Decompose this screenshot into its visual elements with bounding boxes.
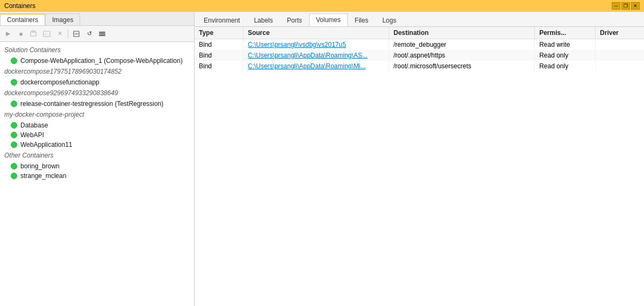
terminal-button[interactable]: >_ xyxy=(41,28,53,40)
tab-volumes[interactable]: Volumes xyxy=(309,13,348,26)
toolbar: ▶ ■ >_ ✕ ↺ xyxy=(0,26,194,42)
cell-destination: /remote_debugger xyxy=(389,39,535,51)
terminal-icon: >_ xyxy=(43,30,51,38)
tab-images[interactable]: Images xyxy=(45,13,80,25)
tree-item-release-container[interactable]: release-container-testregression (TestRe… xyxy=(0,99,194,109)
cell-driver xyxy=(596,39,644,51)
tree-item-dockercomposefunctionapp[interactable]: dockercomposefunctionapp xyxy=(0,77,194,87)
tree-item-label: release-container-testregression (TestRe… xyxy=(20,100,163,108)
tab-files[interactable]: Files xyxy=(348,13,375,26)
tree-panel: Solution Containers Compose-WebApplicati… xyxy=(0,42,194,306)
status-indicator xyxy=(11,58,17,64)
tree-item-label: boring_brown xyxy=(20,162,60,170)
tree-item-compose-webapp[interactable]: Compose-WebApplication_1 (Compose-WebApp… xyxy=(0,56,194,66)
settings-icon xyxy=(98,30,106,38)
group-dockercompose2: dockercompose929697493329083864​9 xyxy=(0,87,194,99)
status-indicator xyxy=(11,101,17,107)
refresh-button[interactable]: ↺ xyxy=(83,28,95,40)
table-body: Bind C:\Users\prsangli\vsdbg\vs2017u5 /r… xyxy=(195,39,644,72)
cell-type: Bind xyxy=(195,50,243,61)
tab-labels[interactable]: Labels xyxy=(247,13,280,26)
col-type[interactable]: Type xyxy=(195,27,243,39)
run-button[interactable]: ▶ xyxy=(2,28,14,40)
cell-permissions: Read only xyxy=(535,61,596,72)
status-indicator xyxy=(11,132,17,138)
right-panel: Environment Labels Ports Volumes Files L… xyxy=(195,12,644,306)
window-title: Containers xyxy=(4,2,35,10)
table-wrapper: Type Source Destination Permis... Driver… xyxy=(195,27,644,306)
table-row[interactable]: Bind C:\Users\prsangli\AppData\Roaming\A… xyxy=(195,50,644,61)
prune-button[interactable] xyxy=(70,28,82,40)
left-tab-bar: Containers Images xyxy=(0,12,194,26)
source-link[interactable]: C:\Users\prsangli\vsdbg\vs2017u5 xyxy=(248,41,346,48)
group-other-containers: Other Containers xyxy=(0,150,194,161)
table-header-row: Type Source Destination Permis... Driver xyxy=(195,27,644,39)
tree-item-boring-brown[interactable]: boring_brown xyxy=(0,161,194,171)
tree-item-webapplication11[interactable]: WebApplication11 xyxy=(0,140,194,150)
tree-item-label: WebAPI xyxy=(20,131,44,139)
tab-ports[interactable]: Ports xyxy=(280,13,309,26)
col-source[interactable]: Source xyxy=(243,27,389,39)
remove-button[interactable]: ✕ xyxy=(54,28,66,40)
svg-text:>_: >_ xyxy=(45,32,49,37)
col-permissions[interactable]: Permis... xyxy=(535,27,596,39)
restore-button[interactable]: ❐ xyxy=(621,2,630,10)
cell-permissions: Read write xyxy=(535,39,596,51)
stop-button[interactable]: ■ xyxy=(15,28,27,40)
table-row[interactable]: Bind C:\Users\prsangli\AppData\Roaming\M… xyxy=(195,61,644,72)
col-destination[interactable]: Destination xyxy=(389,27,535,39)
cell-source: C:\Users\prsangli\vsdbg\vs2017u5 xyxy=(243,39,389,51)
source-link[interactable]: C:\Users\prsangli\AppData\Roaming\Mi... xyxy=(248,62,366,70)
tree-item-label: Database xyxy=(20,122,48,129)
toolbar-separator-1 xyxy=(68,29,68,39)
tab-containers[interactable]: Containers xyxy=(0,13,45,25)
cell-destination: /root/.microsoft/usersecrets xyxy=(389,61,535,72)
cell-source: C:\Users\prsangli\AppData\Roaming\Mi... xyxy=(243,61,389,72)
minimize-button[interactable]: ─ xyxy=(612,2,620,10)
status-indicator xyxy=(11,79,17,86)
cell-type: Bind xyxy=(195,61,243,72)
group-solution-containers: Solution Containers xyxy=(0,44,194,56)
volumes-table: Type Source Destination Permis... Driver… xyxy=(195,27,644,72)
window-controls: ─ ❐ ✕ xyxy=(612,2,640,10)
right-tab-bar: Environment Labels Ports Volumes Files L… xyxy=(195,12,644,27)
tree-item-database[interactable]: Database xyxy=(0,120,194,130)
svg-rect-6 xyxy=(99,32,105,33)
col-driver[interactable]: Driver xyxy=(596,27,644,39)
cell-driver xyxy=(596,61,644,72)
table-row[interactable]: Bind C:\Users\prsangli\vsdbg\vs2017u5 /r… xyxy=(195,39,644,51)
status-indicator xyxy=(11,173,17,179)
svg-rect-8 xyxy=(99,35,105,36)
tree-item-label: WebApplication11 xyxy=(20,141,73,148)
svg-rect-7 xyxy=(99,33,105,34)
tree-item-label: dockercomposefunctionapp xyxy=(20,79,99,86)
prune-icon xyxy=(73,30,80,38)
status-indicator xyxy=(11,141,17,148)
title-bar: Containers ─ ❐ ✕ xyxy=(0,0,644,12)
cell-permissions: Read only xyxy=(535,50,596,61)
tree-item-webapi[interactable]: WebAPI xyxy=(0,130,194,140)
status-indicator xyxy=(11,122,17,129)
tree-item-label: Compose-WebApplication_1 (Compose-WebApp… xyxy=(20,57,183,65)
status-indicator xyxy=(11,163,17,169)
attach-button[interactable] xyxy=(28,28,40,40)
tab-environment[interactable]: Environment xyxy=(197,13,247,26)
main-container: Containers Images ▶ ■ >_ ✕ xyxy=(0,12,644,306)
cell-destination: /root/.aspnet/https xyxy=(389,50,535,61)
cell-type: Bind xyxy=(195,39,243,51)
source-link[interactable]: C:\Users\prsangli\AppData\Roaming\AS... xyxy=(248,52,368,59)
group-my-docker-compose: my-docker-compose-project xyxy=(0,109,194,120)
group-dockercompose1: dockercompose17975178969030174852 xyxy=(0,66,194,77)
settings-button[interactable] xyxy=(96,28,108,40)
tab-logs[interactable]: Logs xyxy=(375,13,403,26)
attach-icon xyxy=(30,30,38,38)
cell-driver xyxy=(596,50,644,61)
tree-item-label: strange_mclean xyxy=(20,172,66,180)
cell-source: C:\Users\prsangli\AppData\Roaming\AS... xyxy=(243,50,389,61)
left-panel: Containers Images ▶ ■ >_ ✕ xyxy=(0,12,195,306)
tree-item-strange-mclean[interactable]: strange_mclean xyxy=(0,171,194,181)
close-button[interactable]: ✕ xyxy=(631,2,640,10)
